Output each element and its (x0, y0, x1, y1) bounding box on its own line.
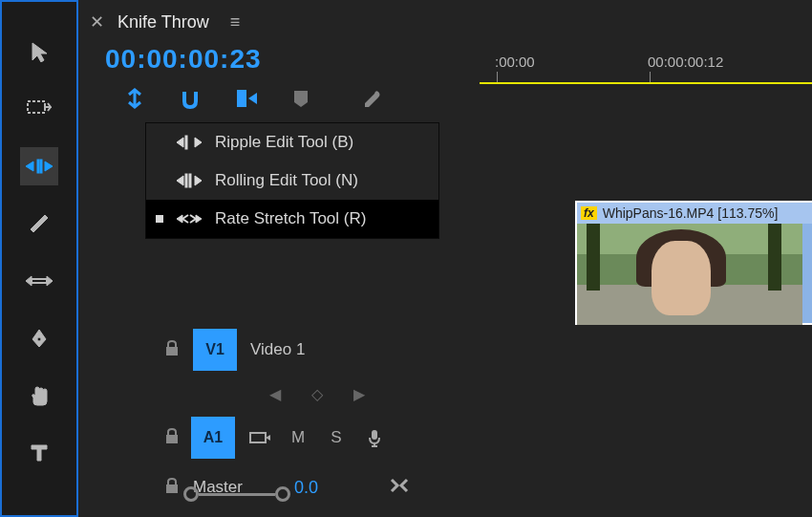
sync-lock-icon[interactable] (246, 430, 273, 445)
ruler-tick-label: 00:00:00:12 (648, 54, 723, 70)
lock-icon[interactable] (164, 427, 180, 448)
flyout-label: Rolling Edit Tool (N) (215, 171, 358, 190)
svg-rect-6 (166, 347, 178, 355)
ruler-tick-label: :00:00 (495, 54, 535, 70)
svg-rect-8 (250, 433, 266, 442)
time-ruler[interactable]: :00:00 00:00:00:12 (480, 44, 812, 101)
svg-rect-11 (185, 136, 187, 149)
ripple-edit-tool[interactable] (20, 147, 58, 185)
svg-rect-13 (189, 174, 191, 187)
insert-overwrite-icon[interactable] (124, 88, 145, 113)
timeline-controls (105, 88, 480, 113)
tab-bar: ✕ Knife Throw ≡ (78, 0, 812, 44)
prev-keyframe-icon[interactable]: ◀ (269, 385, 281, 403)
razor-tool[interactable] (20, 205, 58, 243)
track-select-tool[interactable] (20, 90, 58, 128)
type-tool[interactable] (20, 434, 58, 472)
linked-selection-icon[interactable] (235, 88, 258, 113)
svg-rect-7 (166, 435, 178, 443)
track-list: V1 Video 1 ◀ ◇ ▶ A1 M (78, 201, 812, 512)
edit-tool-flyout: Ripple Edit Tool (B) Rolling Edit Tool (… (145, 122, 439, 239)
pen-tool[interactable] (20, 319, 58, 357)
svg-rect-10 (166, 485, 178, 493)
playhead-timecode[interactable]: 00:00:00:23 (105, 44, 480, 75)
svg-point-4 (37, 337, 41, 341)
flyout-label: Rate Stretch Tool (R) (215, 209, 366, 228)
svg-rect-2 (40, 160, 42, 173)
selection-tool[interactable] (20, 32, 58, 71)
panel-menu-icon[interactable]: ≡ (230, 12, 241, 32)
svg-rect-5 (237, 90, 246, 107)
mute-button[interactable]: M (285, 428, 311, 447)
video-track-row: V1 Video 1 (78, 325, 812, 375)
slip-tool[interactable] (20, 262, 58, 300)
voice-over-icon[interactable] (361, 428, 388, 447)
lock-icon[interactable] (164, 339, 180, 360)
audio-track-row: A1 M S (78, 413, 812, 463)
svg-rect-9 (372, 430, 377, 440)
ripple-edit-option[interactable]: Ripple Edit Tool (B) (146, 123, 438, 162)
svg-rect-3 (32, 279, 47, 283)
lock-icon[interactable] (164, 477, 180, 498)
zoom-scrollbar[interactable] (183, 486, 290, 502)
video-track-label: Video 1 (250, 340, 305, 359)
timeline-panel: ✕ Knife Throw ≡ 00:00:00:23 (78, 0, 812, 517)
snap-icon[interactable] (180, 88, 201, 113)
svg-rect-12 (185, 174, 187, 187)
rate-stretch-option[interactable]: Rate Stretch Tool (R) (146, 200, 438, 238)
sequence-tab-title[interactable]: Knife Throw (118, 12, 209, 32)
link-icon[interactable] (389, 477, 410, 498)
hand-tool[interactable] (20, 377, 58, 415)
next-keyframe-icon[interactable]: ▶ (353, 385, 365, 403)
master-value[interactable]: 0.0 (294, 478, 318, 498)
svg-rect-1 (37, 160, 39, 173)
a1-source-patch[interactable]: A1 (191, 417, 235, 459)
marker-icon[interactable] (292, 89, 310, 112)
solo-button[interactable]: S (323, 428, 350, 447)
rolling-edit-option[interactable]: Rolling Edit Tool (N) (146, 162, 438, 200)
svg-rect-0 (28, 101, 45, 113)
v1-source-patch[interactable]: V1 (193, 329, 237, 371)
settings-wrench-icon[interactable] (361, 88, 382, 113)
vertical-toolbar (0, 0, 78, 517)
add-keyframe-icon[interactable]: ◇ (311, 385, 323, 403)
close-icon[interactable]: ✕ (90, 11, 104, 32)
flyout-label: Ripple Edit Tool (B) (215, 133, 353, 152)
keyframe-nav: ◀ ◇ ▶ (78, 375, 812, 413)
